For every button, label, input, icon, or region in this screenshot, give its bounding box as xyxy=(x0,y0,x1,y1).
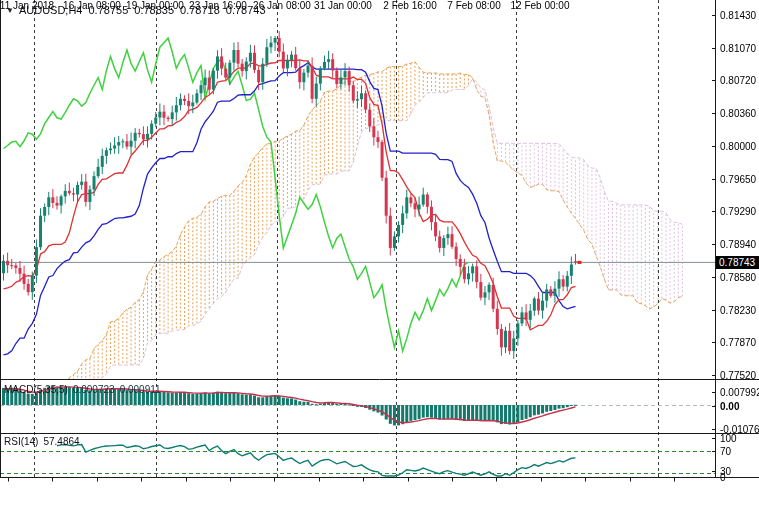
macd-main-value: 0.000723 xyxy=(73,384,115,395)
macd-title: MACD(5,35,5) xyxy=(4,384,68,395)
price-tick-label: 0.81430 xyxy=(720,10,756,21)
time-tick-label: 12 Feb 00:00 xyxy=(500,0,580,11)
price-tick-label: 0.78580 xyxy=(720,272,756,283)
macd-tick-label: 0.00 xyxy=(720,401,739,412)
rsi-tick-label: 70 xyxy=(720,446,731,457)
chart-canvas[interactable] xyxy=(0,0,759,511)
rsi-tick-label: 100 xyxy=(720,433,737,444)
price-tick-label: 0.78230 xyxy=(720,305,756,316)
price-tick-label: 0.78940 xyxy=(720,239,756,250)
price-tick-label: 0.77520 xyxy=(720,370,756,381)
rsi-indicator-label: RSI(14)57.4864 xyxy=(4,436,80,447)
price-tick-label: 0.80000 xyxy=(720,141,756,152)
rsi-value: 57.4864 xyxy=(43,436,79,447)
macd-indicator-label: MACD(5,35,5)0.0007230.000911 xyxy=(4,384,161,395)
macd-tick-label: 0.007992 xyxy=(720,387,759,398)
rsi-tick-label: 0 xyxy=(720,472,726,483)
price-tick-label: 0.80720 xyxy=(720,75,756,86)
price-tick-label: 0.81070 xyxy=(720,43,756,54)
current-price-badge: 0.78743 xyxy=(716,256,759,269)
price-tick-label: 0.79650 xyxy=(720,174,756,185)
price-tick-label: 0.80360 xyxy=(720,108,756,119)
mt4-chart-window: ▼AUDUSD,H40.787550.788350.787180.78743 M… xyxy=(0,0,759,511)
rsi-title: RSI(14) xyxy=(4,436,38,447)
macd-signal-value: 0.000911 xyxy=(120,384,161,395)
price-tick-label: 0.79290 xyxy=(720,206,756,217)
price-tick-label: 0.77870 xyxy=(720,337,756,348)
